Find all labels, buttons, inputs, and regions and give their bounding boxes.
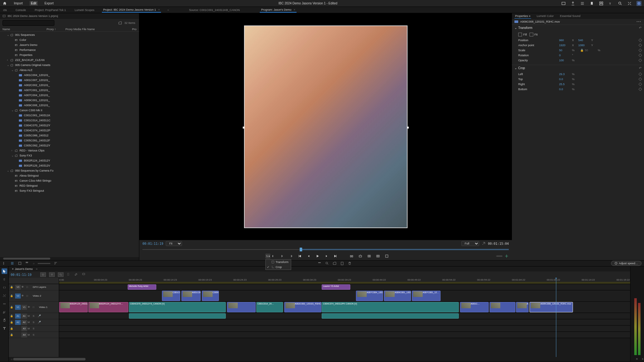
hand-tool[interactable] bbox=[2, 317, 7, 323]
a2-src[interactable]: A2 bbox=[15, 320, 21, 325]
crop-bottom-keyframe[interactable] bbox=[638, 87, 642, 91]
track-select-tool[interactable] bbox=[2, 277, 7, 282]
crop-bottom-value[interactable]: 0.0 bbox=[559, 88, 572, 91]
tree-item[interactable]: B002R129_240312V bbox=[0, 163, 139, 168]
timeline-clip[interactable]: C005C… bbox=[202, 291, 219, 301]
ws-proppanel[interactable]: Project: PropPanel Tok 1 bbox=[34, 8, 67, 12]
tree-item[interactable]: C005C092_240312Y bbox=[0, 143, 139, 148]
tree-item[interactable]: ⌄050 Sequences by Camera Fo bbox=[0, 168, 139, 173]
timeline-clip[interactable]: Lauren YS Artist bbox=[322, 284, 350, 290]
opacity-keyframe[interactable] bbox=[638, 58, 642, 62]
share-icon[interactable] bbox=[570, 1, 575, 6]
zoom-icon[interactable] bbox=[325, 261, 329, 266]
delete-icon[interactable] bbox=[347, 261, 352, 266]
timeline-hscroll[interactable]: ○ bbox=[9, 357, 630, 361]
pen-tool[interactable] bbox=[2, 309, 7, 315]
go-to-in-icon[interactable] bbox=[289, 254, 294, 259]
selection-tool[interactable] bbox=[2, 268, 7, 274]
timeline-clip[interactable]: C001C014_24… bbox=[256, 302, 283, 312]
tree-item[interactable]: ⌄005 Camera Original Assets bbox=[0, 63, 139, 68]
timeline-clip[interactable]: C004C070_240312YS_CANON [V] bbox=[129, 302, 226, 312]
a1-solo[interactable]: S bbox=[33, 315, 37, 317]
lift-icon[interactable] bbox=[349, 254, 354, 259]
new-bin2-icon[interactable] bbox=[340, 261, 344, 266]
crop-right-value[interactable]: 25.5 bbox=[559, 83, 572, 86]
mark-out-icon[interactable] bbox=[280, 254, 285, 259]
view-list-icon[interactable] bbox=[3, 261, 7, 266]
zoom-fit-dropdown[interactable]: Fit bbox=[166, 241, 182, 246]
crop-top-keyframe[interactable] bbox=[638, 77, 642, 81]
v3-lock[interactable]: 🔒 bbox=[10, 286, 14, 288]
timeline-clip[interactable]: Michelle Ruby Artist bbox=[128, 284, 156, 290]
automate-icon[interactable] bbox=[53, 261, 58, 266]
tree-item[interactable]: A007C001_120101_ bbox=[0, 88, 139, 93]
rotation-keyframe[interactable] bbox=[638, 53, 642, 57]
timeline-clip[interactable]: B002R129_240312YK.MP4 bbox=[59, 302, 88, 312]
timeline-ruler[interactable]: 0:0000:00:04:2300:00:09:2300:00:14:2300:… bbox=[59, 278, 630, 284]
add-button[interactable] bbox=[504, 254, 509, 258]
v1-src[interactable]: V1 bbox=[15, 305, 21, 310]
timeline-sequence-tab[interactable]: × Jason's Demo bbox=[12, 267, 33, 271]
timeline-clip[interactable]: A009C001_120101_R… bbox=[384, 291, 411, 301]
timeline-clip[interactable]: A009C008_120101_R3HC.mov bbox=[530, 302, 573, 312]
tree-item[interactable]: C004C074_240312P bbox=[0, 128, 139, 133]
a2-solo[interactable]: S bbox=[33, 321, 37, 324]
current-timecode[interactable]: 00:01:11:19 bbox=[142, 242, 163, 245]
sort-icon[interactable] bbox=[25, 261, 30, 266]
opacity-value[interactable]: 100 bbox=[559, 59, 572, 62]
scale-lock-icon[interactable]: 🔒 bbox=[580, 49, 584, 52]
tree-item[interactable]: ›RED - Various Clips bbox=[0, 148, 139, 153]
crop-left-value[interactable]: 29.3 bbox=[559, 73, 572, 76]
view-icon-icon[interactable] bbox=[10, 261, 14, 266]
tree-item[interactable]: Canon C3oo MkII Stringo bbox=[0, 178, 139, 183]
timeline-timecode[interactable]: 00:01:11:19 bbox=[11, 273, 31, 277]
a2-lock[interactable]: 🔒 bbox=[10, 321, 14, 324]
tab-lumetri[interactable]: Lumetri Color bbox=[536, 14, 554, 18]
col-name[interactable]: Name bbox=[3, 28, 47, 31]
linked-toggle[interactable] bbox=[58, 272, 64, 277]
col-proxy[interactable]: Proxy ↑ bbox=[47, 28, 65, 31]
project-search-input[interactable] bbox=[3, 20, 54, 26]
help-icon[interactable] bbox=[636, 1, 641, 6]
tree-item[interactable]: RED Stringout bbox=[0, 183, 139, 188]
timeline-clip[interactable] bbox=[129, 313, 226, 319]
tree-item[interactable]: Properties bbox=[0, 52, 139, 58]
a2-mute[interactable]: M bbox=[28, 321, 32, 324]
a1-mute[interactable]: M bbox=[28, 315, 32, 317]
tab-essential-sound[interactable]: Essential Sound bbox=[559, 14, 581, 18]
timeline-clip[interactable]: A007C001_12… bbox=[412, 291, 441, 301]
dd-transform[interactable]: Transform bbox=[266, 260, 291, 265]
timeline-clip[interactable] bbox=[490, 302, 515, 312]
tree-item[interactable]: A001C007_120101_ bbox=[0, 78, 139, 83]
v1-eye[interactable]: 👁 bbox=[28, 306, 32, 309]
razor-tool[interactable] bbox=[2, 293, 7, 299]
tree-item[interactable]: A007C004_120101_ bbox=[0, 93, 139, 98]
position-keyframe[interactable] bbox=[638, 38, 642, 42]
tree-item[interactable]: A009C001_120101_ bbox=[0, 98, 139, 103]
tree-item[interactable]: C004C070_240312Y bbox=[0, 123, 139, 128]
type-tool[interactable] bbox=[2, 326, 7, 331]
slip-tool[interactable] bbox=[2, 301, 7, 307]
scale-value[interactable]: 50 bbox=[559, 49, 572, 52]
a1-src[interactable]: A1 bbox=[15, 314, 21, 319]
prev-frame-icon[interactable] bbox=[306, 254, 311, 259]
transform-reset-icon[interactable]: ↶ bbox=[639, 26, 641, 30]
tree-item[interactable]: Sony FX3 Stringout bbox=[0, 188, 139, 193]
tree-item[interactable]: ›ZZZ_BACKUP_CLEAN bbox=[0, 58, 139, 63]
tree-item[interactable]: ⌄Sony FX3 bbox=[0, 153, 139, 158]
tree-item[interactable]: C005C091_240312F bbox=[0, 138, 139, 143]
project-tree[interactable]: ⌄001 SequencesColorJason's DemoPerforman… bbox=[0, 32, 139, 257]
step-fwd-icon[interactable] bbox=[333, 254, 338, 259]
v3-eye[interactable]: 👁 bbox=[21, 286, 26, 288]
position-x[interactable]: 960 bbox=[559, 39, 572, 42]
a1-lock[interactable]: 🔒 bbox=[10, 315, 14, 317]
tree-item[interactable]: C005C086_240312 bbox=[0, 133, 139, 138]
program-scrubber[interactable] bbox=[139, 247, 512, 252]
zoom-slider[interactable] bbox=[496, 255, 502, 257]
compare-icon[interactable] bbox=[375, 254, 380, 259]
tree-item[interactable]: ⌄Canon C300 Mk II bbox=[0, 108, 139, 113]
ripple-tool[interactable] bbox=[2, 285, 7, 290]
crop-top-value[interactable]: 0.0 bbox=[559, 78, 572, 81]
timeline-clip[interactable]: B002R124_240312YX… bbox=[88, 302, 128, 312]
timeline-clip[interactable] bbox=[227, 302, 256, 312]
